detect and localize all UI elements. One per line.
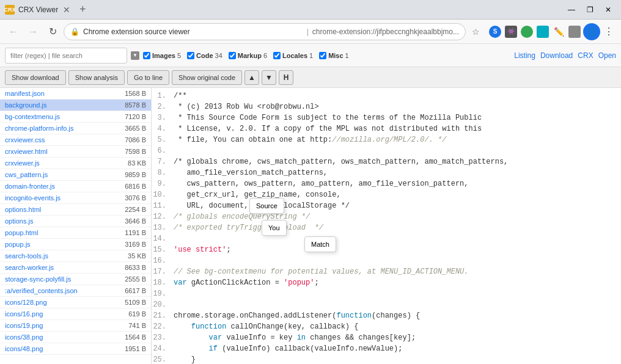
filter-checkboxes: Images 5 Code 34 Markup 6 Locales 1 Misc… (143, 52, 349, 59)
sidebar-item[interactable]: icons/128.png 5109 B (0, 297, 151, 308)
ext-mask-icon: 👾 (505, 26, 517, 38)
locales-checkbox-item[interactable]: Locales 1 (273, 52, 313, 59)
ext-icon-5[interactable]: ✏️ (551, 24, 566, 39)
address-box[interactable]: 🔒 Chrome extension source viewer | chrom… (64, 23, 466, 40)
sidebar-item-name: background.js (5, 101, 47, 109)
show-analysis-button[interactable]: Show analysis (68, 70, 125, 85)
misc-checkbox[interactable] (319, 52, 326, 59)
sidebar-item[interactable]: search-tools.js 35 KB (0, 250, 151, 262)
sidebar-item-size: 741 B (128, 322, 146, 329)
sidebar-item-size: 8578 B (125, 101, 146, 109)
sidebar-item-name: cws_pattern.js (5, 171, 48, 178)
sidebar-item[interactable]: manifest.json 1568 B (0, 88, 151, 100)
sidebar-item-size: 7120 B (125, 113, 146, 120)
sidebar-item[interactable]: storage-sync-polyfill.js 2555 B (0, 274, 151, 285)
line-content: /* globals chrome, cws_match_pattern, ow… (174, 156, 621, 167)
forward-button[interactable]: → (24, 23, 42, 40)
top-links: Listing Download CRX Open (514, 51, 616, 60)
line-content: } (174, 354, 621, 364)
sidebar-item-size: 3646 B (125, 217, 146, 225)
sidebar-item-size: 9859 B (125, 171, 146, 178)
sidebar-item-name: incognito-events.js (5, 194, 61, 202)
sidebar-item[interactable]: popup.js 3169 B (0, 239, 151, 250)
sidebar-item-name: search-tools.js (5, 252, 48, 260)
crx-link[interactable]: CRX (578, 51, 593, 60)
ext-green-icon (521, 26, 533, 38)
maximize-button[interactable]: ❐ (582, 4, 598, 16)
show-download-button[interactable]: Show download (5, 70, 66, 85)
sidebar-item[interactable]: incognito-events.js 3076 B (0, 192, 151, 204)
new-tab-button[interactable]: + (75, 2, 90, 17)
refresh-button[interactable]: ↻ (44, 23, 61, 40)
images-checkbox[interactable] (143, 52, 150, 59)
sidebar-item-size: 6617 B (125, 287, 146, 294)
sidebar-item[interactable]: icons/16.png 619 B (0, 308, 151, 320)
sidebar-item[interactable]: icons/19.png 741 B (0, 320, 151, 332)
sidebar-item[interactable]: chrome-platform-info.js 3665 B (0, 123, 151, 134)
arrow-up-button[interactable]: ▲ (244, 70, 259, 85)
scroll-indicator[interactable]: ▼ (131, 51, 139, 60)
sidebar-item[interactable]: bg-contextmenu.js 7120 B (0, 111, 151, 123)
download-link[interactable]: Download (540, 51, 573, 60)
sidebar-item-name: icons/128.png (5, 299, 47, 306)
close-window-button[interactable]: ✕ (600, 4, 616, 16)
sidebar-item[interactable]: icons/38.png 1564 B (0, 332, 151, 343)
account-button[interactable]: 👤 (583, 23, 600, 40)
show-original-code-button[interactable]: Show original code (172, 70, 242, 85)
listing-link[interactable]: Listing (514, 51, 535, 60)
sidebar-item[interactable]: domain-fronter.js 6816 B (0, 181, 151, 192)
sidebar-item[interactable]: :a/verified_contents.json 6617 B (0, 285, 151, 297)
ext-icon-6[interactable] (567, 24, 582, 39)
code-checkbox-item[interactable]: Code 34 (187, 52, 222, 59)
sidebar-item[interactable]: options.js 3646 B (0, 216, 151, 227)
tab-close-button[interactable]: ✕ (62, 5, 72, 15)
h-button[interactable]: H (279, 70, 293, 85)
code-checkbox[interactable] (187, 52, 194, 59)
markup-checkbox[interactable] (229, 52, 236, 59)
sidebar-item-name: popup.html (5, 229, 38, 236)
sidebar-item[interactable]: popup.html 1191 B (0, 227, 151, 239)
back-button[interactable]: ← (5, 23, 22, 40)
arrow-down-button[interactable]: ▼ (262, 70, 276, 85)
code-label: Code (196, 52, 213, 59)
misc-checkbox-item[interactable]: Misc 1 (319, 52, 349, 59)
line-content: * License, v. 2.0. If a copy of the MPL … (174, 123, 621, 134)
locales-checkbox[interactable] (273, 52, 281, 59)
sidebar-item-size: 1951 B (125, 345, 146, 352)
file-list-sidebar[interactable]: manifest.json 1568 B background.js 8578 … (0, 88, 152, 364)
sidebar-item[interactable]: crxviewer.html 7598 B (0, 146, 151, 158)
sidebar-item[interactable]: cws_pattern.js 9859 B (0, 169, 151, 181)
ext-icon-2[interactable]: 👾 (504, 24, 518, 39)
go-to-line-button[interactable]: Go to line (127, 70, 169, 85)
ext-icon-1[interactable]: S (488, 24, 502, 39)
line-content (174, 145, 621, 156)
source-popup: Source (249, 198, 284, 214)
you-label: You (268, 224, 280, 231)
sidebar-item[interactable]: crxviewer.css 7086 B (0, 134, 151, 146)
markup-count: 6 (263, 52, 267, 59)
misc-label: Misc (328, 52, 343, 59)
code-scroll[interactable]: 1. /** 2. * (c) 2013 Rob Wu <rob@robwu.n… (152, 88, 621, 364)
sidebar-item-name: icons/38.png (5, 333, 43, 341)
sidebar-item-name: options.js (5, 217, 33, 225)
markup-checkbox-item[interactable]: Markup 6 (229, 52, 267, 59)
sidebar-item[interactable]: crxviewer.js 83 KB (0, 158, 151, 169)
bookmark-icon[interactable]: ☆ (468, 24, 483, 39)
minimize-button[interactable]: — (564, 4, 579, 16)
sidebar-item-size: 5109 B (125, 299, 146, 306)
line-number: 22. (152, 321, 174, 332)
ext-icon-3[interactable] (520, 24, 534, 39)
ext-icon-4[interactable] (535, 24, 550, 39)
images-checkbox-item[interactable]: Images 5 (143, 52, 181, 59)
sidebar-item[interactable]: icons/48.png 1951 B (0, 343, 151, 355)
pencil-icon: ✏️ (554, 27, 564, 37)
open-link[interactable]: Open (598, 51, 616, 60)
code-line: 21. chrome.storage.onChanged.addListener… (152, 310, 621, 321)
sidebar-item[interactable]: search-worker.js 8633 B (0, 262, 151, 274)
sidebar-item[interactable]: options.html 2254 B (0, 204, 151, 216)
sidebar-item[interactable]: background.js 8578 B (0, 100, 151, 111)
filter-input[interactable] (5, 48, 127, 64)
code-line: 3. * This Source Code Form is subject to… (152, 112, 621, 123)
browser-menu-button[interactable]: ⋮ (601, 24, 616, 39)
line-content: chrome.storage.onChanged.addListener(fun… (174, 310, 621, 321)
